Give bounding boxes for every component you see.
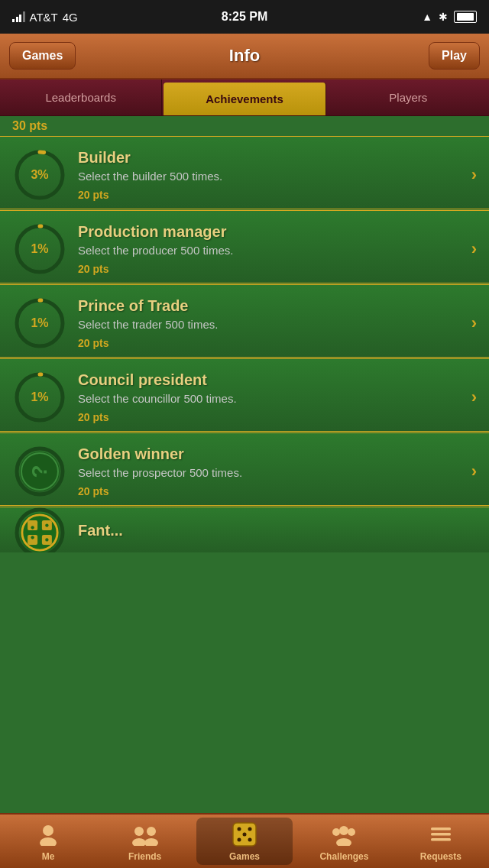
svg-point-32 xyxy=(238,838,241,842)
achievement-title-prince-of-trade: Prince of Trade xyxy=(78,297,455,315)
circle-council-president: 1% xyxy=(12,370,67,425)
bottom-tab-challenges[interactable]: Challenges xyxy=(296,818,392,865)
achievement-pts-council-president: 20 pts xyxy=(78,411,455,423)
achievement-row-council-president[interactable]: 1% Council president Select the councill… xyxy=(0,358,489,432)
time-label: 8:25 PM xyxy=(222,10,267,24)
carrier-label: AT&T xyxy=(30,11,58,24)
bottom-tab-requests-label: Requests xyxy=(420,851,461,862)
achievement-title-golden-winner: Golden winner xyxy=(78,445,455,463)
nav-bar: Games Info Play xyxy=(0,34,489,79)
bottom-tab-friends-label: Friends xyxy=(128,851,161,862)
achievement-row-builder[interactable]: 3% Builder Select the builder 500 times.… xyxy=(0,136,489,209)
games-button[interactable]: Games xyxy=(9,42,76,70)
svg-point-31 xyxy=(248,828,252,831)
achievement-pts-production-manager: 20 pts xyxy=(78,263,455,275)
signal-icon xyxy=(12,11,25,22)
location-icon: ▲ xyxy=(422,11,432,23)
achievement-info-golden-winner: Golden winner Select the prospector 500 … xyxy=(78,445,455,497)
status-left: AT&T 4G xyxy=(12,11,78,24)
svg-point-27 xyxy=(147,827,156,836)
network-label: 4G xyxy=(63,11,78,24)
chevron-icon-builder: › xyxy=(471,165,477,185)
svg-point-36 xyxy=(336,838,351,846)
svg-point-14 xyxy=(22,514,57,549)
achievement-desc-production-manager: Select the producer 500 times. xyxy=(78,244,455,257)
bluetooth-icon: ✱ xyxy=(439,11,448,23)
bottom-tab-bar: Me Friends Games xyxy=(0,813,489,868)
achievement-title-builder: Builder xyxy=(78,149,455,167)
svg-point-34 xyxy=(243,833,247,837)
chevron-icon-production-manager: › xyxy=(471,239,477,259)
circle-builder: 3% xyxy=(12,147,67,202)
bottom-tab-games-label: Games xyxy=(229,851,260,862)
bottom-tab-challenges-label: Challenges xyxy=(319,851,368,862)
svg-point-24 xyxy=(40,837,57,846)
achievement-desc-council-president: Select the councillor 500 times. xyxy=(78,392,455,405)
nav-title: Info xyxy=(229,46,260,66)
achievement-row-production-manager[interactable]: 1% Production manager Select the produce… xyxy=(0,210,489,283)
chevron-icon-council-president: › xyxy=(471,387,477,407)
battery-icon xyxy=(454,11,477,23)
circle-partial xyxy=(12,507,67,552)
achievement-desc-prince-of-trade: Select the trader 500 times. xyxy=(78,318,455,331)
tab-achievements[interactable]: Achievements xyxy=(164,83,325,115)
circle-prince-of-trade: 1% xyxy=(12,296,67,351)
svg-point-38 xyxy=(348,828,355,836)
tab-players[interactable]: Players xyxy=(328,79,489,115)
achievement-title-council-president: Council president xyxy=(78,371,455,389)
svg-point-35 xyxy=(339,826,348,835)
svg-text:?: ? xyxy=(28,465,51,478)
achievement-info-prince-of-trade: Prince of Trade Select the trader 500 ti… xyxy=(78,297,455,349)
achievement-pts-prince-of-trade: 20 pts xyxy=(78,337,455,349)
bottom-tab-me[interactable]: Me xyxy=(0,818,96,865)
circle-golden-winner: ? xyxy=(12,444,67,499)
bottom-tab-requests[interactable]: Requests xyxy=(393,818,489,865)
me-icon xyxy=(34,821,62,848)
svg-point-37 xyxy=(332,828,340,836)
achievement-desc-builder: Select the builder 500 times. xyxy=(78,170,455,183)
achievement-title-production-manager: Production manager xyxy=(78,223,455,241)
achievement-row-golden-winner[interactable]: ? Golden winner Select the prospector 50… xyxy=(0,432,489,506)
games-icon xyxy=(231,821,258,848)
svg-point-33 xyxy=(248,838,252,842)
svg-point-30 xyxy=(238,828,241,831)
svg-point-23 xyxy=(43,825,53,836)
friends-icon xyxy=(131,821,159,848)
challenges-icon xyxy=(330,821,358,848)
bottom-tab-games[interactable]: Games xyxy=(196,818,293,865)
content-area: 30 pts 3% Builder Select the builder 500… xyxy=(0,116,489,813)
svg-point-26 xyxy=(132,838,146,846)
svg-rect-39 xyxy=(431,828,451,831)
pts-header: 30 pts xyxy=(0,116,489,136)
svg-point-28 xyxy=(144,838,158,846)
status-right: ▲ ✱ xyxy=(422,11,477,23)
svg-rect-41 xyxy=(431,838,451,841)
tab-bar: Leaderboards Achievements Players xyxy=(0,79,489,116)
achievement-pts-builder: 20 pts xyxy=(78,189,455,201)
partial-achievement-info: Fant... xyxy=(78,522,477,542)
bottom-tab-friends[interactable]: Friends xyxy=(96,818,193,865)
circle-production-manager: 1% xyxy=(12,222,67,277)
play-button[interactable]: Play xyxy=(429,42,480,70)
bottom-tab-me-label: Me xyxy=(42,851,55,862)
requests-icon xyxy=(427,821,455,848)
achievement-desc-golden-winner: Select the prospector 500 times. xyxy=(78,466,455,479)
achievement-pts-golden-winner: 20 pts xyxy=(78,485,455,497)
svg-rect-40 xyxy=(431,833,451,836)
achievement-row-partial[interactable]: Fant... xyxy=(0,507,489,552)
chevron-icon-prince-of-trade: › xyxy=(471,313,477,333)
achievement-info-council-president: Council president Select the councillor … xyxy=(78,371,455,423)
chevron-icon-golden-winner: › xyxy=(471,462,477,481)
tab-leaderboards[interactable]: Leaderboards xyxy=(0,79,162,115)
partial-achievement-title: Fant... xyxy=(78,522,477,539)
achievement-info-production-manager: Production manager Select the producer 5… xyxy=(78,223,455,275)
achievement-row-prince-of-trade[interactable]: 1% Prince of Trade Select the trader 500… xyxy=(0,284,489,358)
achievement-info-builder: Builder Select the builder 500 times. 20… xyxy=(78,149,455,201)
svg-point-25 xyxy=(134,827,144,836)
status-bar: AT&T 4G 8:25 PM ▲ ✱ xyxy=(0,0,489,34)
